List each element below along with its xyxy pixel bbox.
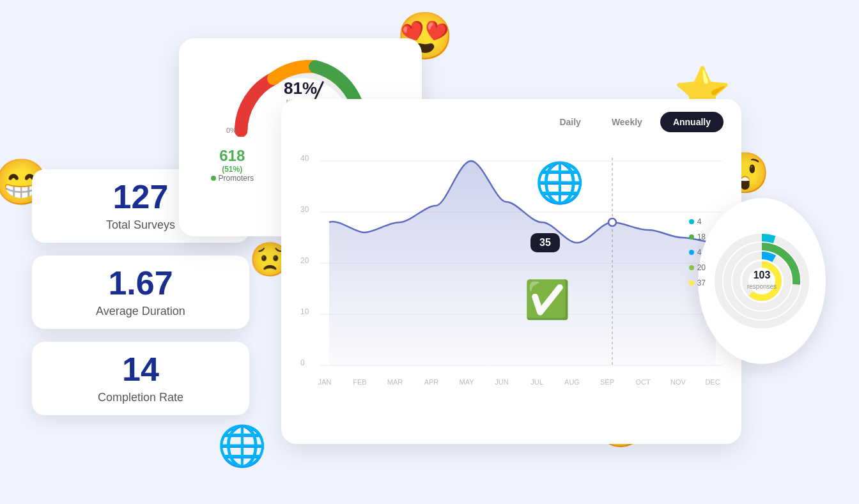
svg-text:0: 0 <box>300 358 305 367</box>
svg-text:OCT: OCT <box>635 378 651 386</box>
globe-bottom-emoji: 🌐 <box>217 423 267 469</box>
annually-button[interactable]: Annually <box>660 112 724 132</box>
svg-text:MAY: MAY <box>459 378 474 386</box>
svg-text:10: 10 <box>300 307 309 316</box>
legend-value-4: 20 <box>697 263 706 272</box>
chart-tooltip: 35 <box>530 233 560 252</box>
total-surveys-label: Total Surveys <box>106 218 175 232</box>
legend-dot-1 <box>689 219 694 224</box>
promoters-label: Promoters <box>211 174 254 183</box>
line-chart-svg: 40 30 20 10 0 <box>294 139 729 420</box>
legend-dot-5 <box>689 280 694 286</box>
svg-point-13 <box>608 218 616 226</box>
svg-text:JAN: JAN <box>318 378 332 386</box>
svg-text:MAR: MAR <box>387 378 403 386</box>
legend-dot-2 <box>689 234 694 240</box>
completion-rate-card: 14 Completion Rate <box>32 342 249 415</box>
gauge-min: 0% <box>226 126 236 134</box>
svg-text:NOV: NOV <box>670 378 686 386</box>
chart-header: Daily Weekly Annually <box>281 99 741 132</box>
svg-point-26 <box>718 238 805 325</box>
legend-item-1: 4 <box>689 217 706 226</box>
legend-item-2: 18 <box>689 233 706 241</box>
avg-duration-number: 1.67 <box>108 266 173 300</box>
daily-button[interactable]: Daily <box>546 112 593 132</box>
legend-dot-4 <box>689 265 694 270</box>
donut-card: 103 responses <box>698 198 826 364</box>
legend-value-1: 4 <box>697 217 702 226</box>
svg-text:SEP: SEP <box>600 378 614 386</box>
svg-text:FEB: FEB <box>353 378 366 386</box>
promoters-stat: 618 (51%) Promoters <box>211 147 254 183</box>
donut-legend: 4 18 4 20 37 <box>689 217 706 287</box>
avg-duration-card: 1.67 Average Duration <box>32 256 249 329</box>
svg-text:DEC: DEC <box>705 378 720 386</box>
promoters-pct: (51%) <box>222 165 242 174</box>
completion-rate-label: Completion Rate <box>98 391 183 404</box>
avg-duration-label: Average Duration <box>96 305 185 318</box>
promoters-count: 618 <box>219 147 245 165</box>
legend-item-4: 20 <box>689 263 706 272</box>
legend-value-3: 4 <box>697 248 702 257</box>
legend-value-5: 37 <box>697 279 706 287</box>
promoters-dot <box>211 176 216 181</box>
legend-item-3: 4 <box>689 248 706 257</box>
total-surveys-number: 127 <box>113 180 169 213</box>
legend-value-2: 18 <box>697 233 706 241</box>
svg-text:20: 20 <box>300 256 309 265</box>
weekly-button[interactable]: Weekly <box>599 112 655 132</box>
svg-text:responses: responses <box>747 283 777 290</box>
main-scene: 😍 😁 😟 😊 😲 ⭐ 🌐 ✅ 🌐 127 Total Surveys 1.67… <box>0 0 859 504</box>
legend-item-5: 37 <box>689 279 706 287</box>
nps-score: 81% <box>284 78 317 98</box>
chart-area: 35 40 30 20 10 0 <box>281 132 741 426</box>
chart-card: Daily Weekly Annually 35 40 30 20 10 0 <box>281 99 741 444</box>
check-emoji: ✅ <box>524 278 570 321</box>
tooltip-value: 35 <box>539 237 551 248</box>
svg-text:AUG: AUG <box>564 378 580 386</box>
legend-dot-3 <box>689 250 694 255</box>
svg-text:30: 30 <box>300 205 309 214</box>
completion-rate-number: 14 <box>122 353 159 386</box>
svg-text:APR: APR <box>424 378 439 386</box>
svg-text:103: 103 <box>754 270 771 280</box>
globe-top-emoji: 🌐 <box>535 160 584 206</box>
svg-text:JUL: JUL <box>530 378 543 386</box>
svg-text:JUN: JUN <box>495 378 508 386</box>
donut-svg: 103 responses <box>711 230 813 332</box>
svg-text:40: 40 <box>300 154 309 163</box>
